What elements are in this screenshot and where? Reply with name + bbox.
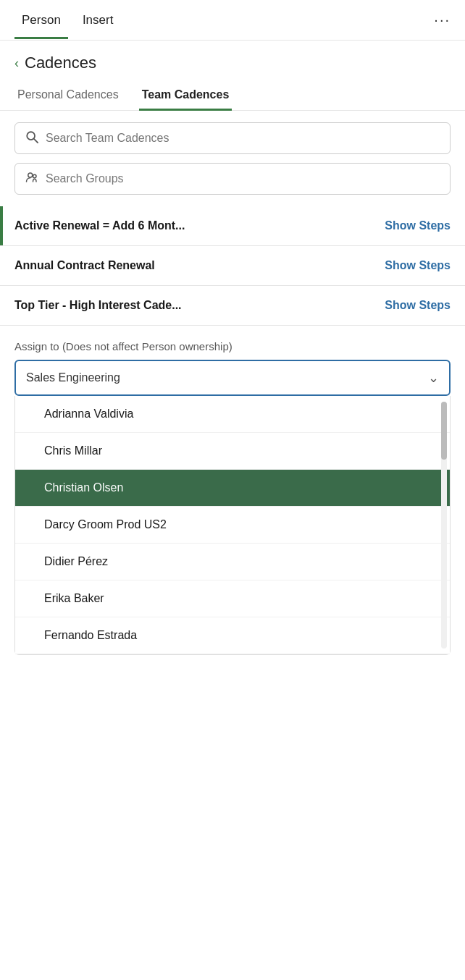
assign-to-section: Assign to (Does not affect Person owners…	[0, 326, 465, 396]
scrollbar-track	[441, 402, 447, 649]
more-options-icon[interactable]: ···	[434, 12, 451, 28]
cadence-name-2: Top Tier - High Interest Cade...	[14, 299, 385, 312]
cadence-list: Active Renewal = Add 6 Mont... Show Step…	[0, 206, 465, 326]
svg-point-2	[28, 173, 33, 177]
search-icon	[25, 130, 38, 146]
cadence-tabs-bar: Personal Cadences Team Cadences	[0, 80, 465, 111]
search-cadences-input[interactable]	[46, 132, 440, 145]
dropdown-item-3[interactable]: Darcy Groom Prod US2	[15, 507, 450, 544]
nav-tab-insert[interactable]: Insert	[75, 1, 121, 39]
page-title: Cadences	[25, 54, 96, 72]
tab-team-cadences[interactable]: Team Cadences	[139, 80, 232, 110]
cadence-name-0: Active Renewal = Add 6 Mont...	[14, 219, 385, 232]
dropdown-item-1[interactable]: Chris Millar	[15, 433, 450, 470]
svg-point-3	[33, 174, 37, 178]
back-chevron-icon[interactable]: ‹	[14, 56, 19, 71]
chevron-down-icon: ⌄	[428, 370, 439, 386]
search-cadences-field[interactable]	[14, 122, 451, 154]
cadence-name-1: Annual Contract Renewal	[14, 259, 385, 272]
show-steps-button-2[interactable]: Show Steps	[385, 299, 451, 312]
dropdown-item-4[interactable]: Didier Pérez	[15, 544, 450, 580]
dropdown-item-2[interactable]: Christian Olsen	[15, 470, 450, 507]
back-navigation: ‹ Cadences	[0, 41, 465, 80]
top-navigation: Person Insert ···	[0, 0, 465, 41]
show-steps-button-0[interactable]: Show Steps	[385, 219, 451, 232]
dropdown-item-0[interactable]: Adrianna Valdivia	[15, 396, 450, 433]
dropdown-list-wrapper: Adrianna Valdivia Chris Millar Christian…	[14, 396, 451, 655]
dropdown-item-5[interactable]: Erika Baker	[15, 580, 450, 617]
group-icon	[25, 171, 38, 187]
search-section	[0, 111, 465, 195]
assign-label: Assign to (Does not affect Person owners…	[14, 340, 451, 352]
assign-dropdown[interactable]: Sales Engineering ⌄	[14, 360, 451, 396]
scrollbar-thumb[interactable]	[441, 402, 447, 460]
search-groups-field[interactable]	[14, 163, 451, 195]
dropdown-item-6[interactable]: Fernando Estrada	[15, 617, 450, 654]
cadence-item-0: Active Renewal = Add 6 Mont... Show Step…	[0, 206, 465, 246]
search-groups-input[interactable]	[46, 172, 440, 185]
cadence-item-2: Top Tier - High Interest Cade... Show St…	[0, 286, 465, 326]
show-steps-button-1[interactable]: Show Steps	[385, 259, 451, 272]
nav-tab-person[interactable]: Person	[14, 1, 68, 39]
tab-personal-cadences[interactable]: Personal Cadences	[14, 80, 122, 110]
cadence-item-1: Annual Contract Renewal Show Steps	[0, 246, 465, 286]
assign-dropdown-value: Sales Engineering	[26, 371, 120, 384]
svg-line-1	[34, 139, 38, 143]
